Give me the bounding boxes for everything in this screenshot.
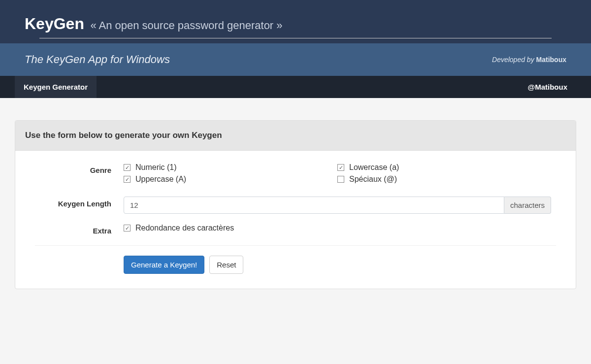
button-row: Generate a Keygen! Reset xyxy=(124,256,566,274)
header-divider xyxy=(39,38,552,38)
form-divider xyxy=(35,245,556,246)
app-subtitle: « An open source password generator » xyxy=(90,19,282,32)
developed-by-author[interactable]: Matiboux xyxy=(536,56,566,64)
label-genre: Genre xyxy=(25,163,124,174)
checkbox-uppercase[interactable]: ✓ Uppercase (A) xyxy=(124,175,337,184)
checkbox-label: Numeric (1) xyxy=(135,163,177,172)
label-extra: Extra xyxy=(25,224,124,235)
card-body: Genre ✓ Numeric (1) ✓ Lowercase (a) ✓ Up… xyxy=(15,151,576,289)
row-buttons: Generate a Keygen! Reset xyxy=(25,256,566,274)
length-field: characters xyxy=(124,197,566,214)
row-extra: Extra ✓ Redondance des caractères xyxy=(25,224,566,235)
developed-by: Developed by Matiboux xyxy=(492,56,566,64)
checkbox-icon: ✓ xyxy=(337,164,344,171)
header-mid: The KeyGen App for Windows Developed by … xyxy=(0,43,591,76)
developed-by-prefix: Developed by xyxy=(492,56,536,64)
generate-button[interactable]: Generate a Keygen! xyxy=(124,256,204,274)
checkbox-icon xyxy=(337,176,344,183)
checkbox-icon: ✓ xyxy=(124,164,131,171)
checkbox-icon: ✓ xyxy=(124,176,131,183)
nav-tab-generator[interactable]: Keygen Generator xyxy=(15,76,97,98)
extra-field: ✓ Redondance des caractères xyxy=(124,224,566,235)
navbar: Keygen Generator @Matiboux xyxy=(0,76,591,98)
checkbox-label: Lowercase (a) xyxy=(349,163,399,172)
genre-field: ✓ Numeric (1) ✓ Lowercase (a) ✓ Uppercas… xyxy=(124,163,566,187)
label-length: Keygen Length xyxy=(25,197,124,208)
label-empty xyxy=(25,256,124,259)
length-unit: characters xyxy=(504,197,551,214)
tagline: The KeyGen App for Windows xyxy=(25,53,170,66)
reset-button[interactable]: Reset xyxy=(209,256,243,274)
checkbox-icon: ✓ xyxy=(124,225,131,232)
checkbox-label: Redondance des caractères xyxy=(135,224,234,232)
row-length: Keygen Length characters xyxy=(25,197,566,214)
app-title: KeyGen xyxy=(25,15,84,33)
header-top: KeyGen « An open source password generat… xyxy=(0,0,591,43)
checkbox-redundancy[interactable]: ✓ Redondance des caractères xyxy=(124,224,234,232)
checkbox-numeric[interactable]: ✓ Numeric (1) xyxy=(124,163,337,172)
row-genre: Genre ✓ Numeric (1) ✓ Lowercase (a) ✓ Up… xyxy=(25,163,566,187)
length-input-group: characters xyxy=(124,197,551,214)
card-heading: Use the form below to generate your own … xyxy=(15,121,576,151)
checkbox-label: Uppercase (A) xyxy=(135,175,186,184)
nav-user-link[interactable]: @Matiboux xyxy=(519,76,576,98)
checkbox-special[interactable]: Spéciaux (@) xyxy=(337,175,551,184)
generator-card: Use the form below to generate your own … xyxy=(15,120,576,289)
checkbox-label: Spéciaux (@) xyxy=(349,175,397,184)
length-input[interactable] xyxy=(124,197,504,214)
genre-checkbox-grid: ✓ Numeric (1) ✓ Lowercase (a) ✓ Uppercas… xyxy=(124,163,551,187)
checkbox-lowercase[interactable]: ✓ Lowercase (a) xyxy=(337,163,551,172)
